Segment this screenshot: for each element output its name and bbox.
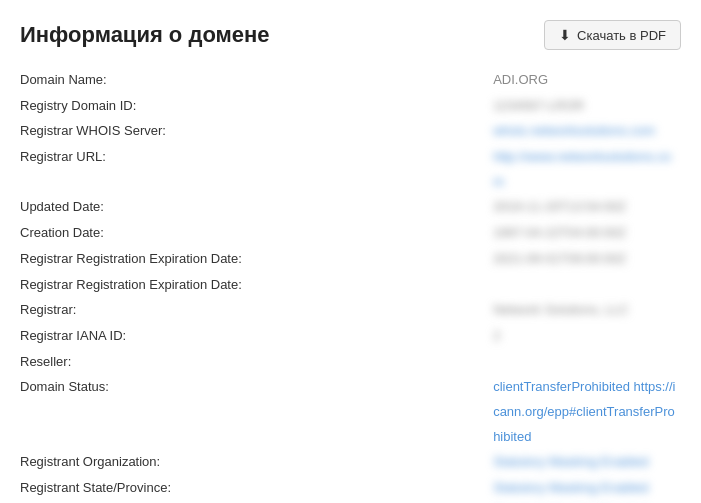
table-row: Domain Status:clientTransferProhibited h… [20, 375, 681, 450]
field-value: 1234567-LROR [493, 94, 681, 120]
field-value: 2019-11-20T13:54:00Z [493, 195, 681, 221]
field-label: Reseller: [20, 350, 493, 376]
field-value: ADI.ORG [493, 68, 681, 94]
table-row: Domain Name:ADI.ORG [20, 68, 681, 94]
field-label: Registrar: [20, 298, 493, 324]
field-label: Domain Status: [20, 375, 493, 450]
field-label: Registry Domain ID: [20, 94, 493, 120]
field-label: Registrant State/Province: [20, 476, 493, 502]
domain-info-table: Domain Name:ADI.ORGRegistry Domain ID:12… [20, 68, 681, 503]
field-value: 1997-04-22T04:00:00Z [493, 221, 681, 247]
field-value: 2021-09-01T09:00:00Z [493, 247, 681, 273]
field-value: Network Solutions, LLC [493, 298, 681, 324]
table-row: Reseller: [20, 350, 681, 376]
field-label: Registrant Organization: [20, 450, 493, 476]
field-label: Registrar Registration Expiration Date: [20, 247, 493, 273]
table-row: Registrar Registration Expiration Date: [20, 273, 681, 299]
table-row: Registry Domain ID:1234567-LROR [20, 94, 681, 120]
field-value: whois.networksolutions.com [493, 119, 681, 145]
field-label: Registrar URL: [20, 145, 493, 195]
field-label: Domain Name: [20, 68, 493, 94]
field-value [493, 350, 681, 376]
table-row: Registrant State/Province:Statutory Mask… [20, 476, 681, 502]
table-row: Registrar WHOIS Server:whois.networksolu… [20, 119, 681, 145]
download-button-label: Скачать в PDF [577, 28, 666, 43]
page-title: Информация о домене [20, 22, 270, 48]
table-row: Registrar Registration Expiration Date:2… [20, 247, 681, 273]
field-value: clientTransferProhibited https://icann.o… [493, 375, 681, 450]
table-row: Registrar IANA ID:2 [20, 324, 681, 350]
table-row: Registrant Organization:Statutory Maskin… [20, 450, 681, 476]
download-pdf-button[interactable]: ⬇ Скачать в PDF [544, 20, 681, 50]
field-value: http://www.networksolutions.com [493, 145, 681, 195]
field-value: Statutory Masking Enabled [493, 450, 681, 476]
download-icon: ⬇ [559, 27, 571, 43]
field-value: Statutory Masking Enabled [493, 476, 681, 502]
field-value: 2 [493, 324, 681, 350]
field-value [493, 273, 681, 299]
field-label: Registrar WHOIS Server: [20, 119, 493, 145]
field-label: Registrar IANA ID: [20, 324, 493, 350]
table-row: Creation Date:1997-04-22T04:00:00Z [20, 221, 681, 247]
table-row: Updated Date:2019-11-20T13:54:00Z [20, 195, 681, 221]
page-header: Информация о домене ⬇ Скачать в PDF [20, 20, 681, 50]
field-label: Updated Date: [20, 195, 493, 221]
table-row: Registrar URL:http://www.networksolution… [20, 145, 681, 195]
field-label: Creation Date: [20, 221, 493, 247]
field-label: Registrar Registration Expiration Date: [20, 273, 493, 299]
table-row: Registrar:Network Solutions, LLC [20, 298, 681, 324]
